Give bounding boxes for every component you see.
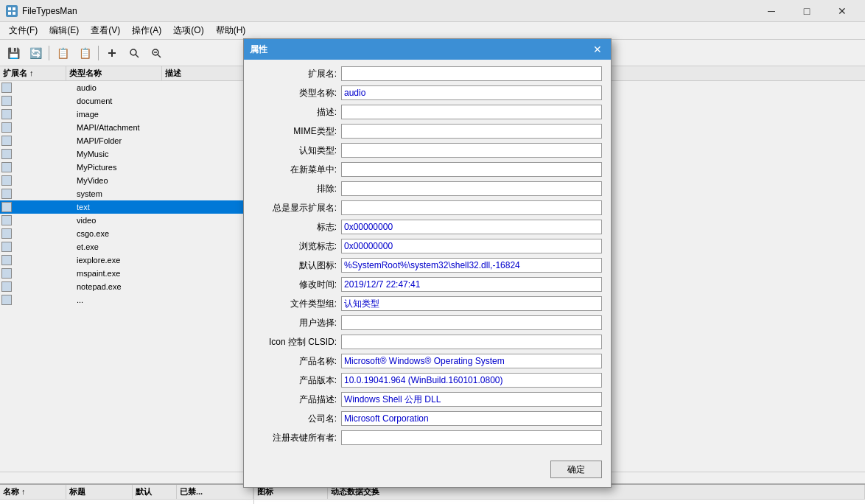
dialog-field-row: 修改时间: xyxy=(253,276,602,293)
dialog-field-row: 产品名称: xyxy=(253,353,602,369)
dialog-field-label: 用户选择: xyxy=(253,317,341,329)
dialog-field-label: 产品描述: xyxy=(253,393,341,406)
dialog-body: 扩展名: 类型名称: 描述: MIME类型: 认知类型: 在新菜单中: 排除: … xyxy=(244,60,611,455)
dialog-field-label: 类型名称: xyxy=(253,87,341,99)
dialog-footer: 确定 xyxy=(244,455,611,487)
dialog-field-input[interactable] xyxy=(341,354,602,368)
dialog-field-row: Icon 控制 CLSID: xyxy=(253,334,602,350)
dialog-field-label: 文件类型组: xyxy=(253,298,341,310)
dialog-field-input[interactable] xyxy=(341,162,602,177)
dialog-field-input[interactable] xyxy=(341,392,602,407)
dialog-ok-button[interactable]: 确定 xyxy=(550,461,602,478)
dialog-field-label: 认知类型: xyxy=(253,144,341,157)
dialog-field-row: 类型名称: xyxy=(253,85,602,101)
dialog-field-label: 排除: xyxy=(253,183,341,195)
dialog-field-row: MIME类型: xyxy=(253,123,602,139)
dialog-field-row: 在新菜单中: xyxy=(253,161,602,178)
dialog-field-label: 默认图标: xyxy=(253,259,341,272)
dialog-field-row: 认知类型: xyxy=(253,142,602,158)
dialog-field-row: 默认图标: xyxy=(253,257,602,273)
dialog-field-input[interactable] xyxy=(341,411,602,426)
dialog-field-label: 产品版本: xyxy=(253,374,341,387)
dialog-title: 属性 xyxy=(250,43,267,56)
dialog-field-label: 公司名: xyxy=(253,413,341,425)
dialog-field-row: 标志: xyxy=(253,219,602,235)
dialog-field-input[interactable] xyxy=(341,239,602,253)
dialog-field-label: 注册表键所有者: xyxy=(253,432,341,444)
dialog-field-input[interactable] xyxy=(341,373,602,388)
dialog-field-input[interactable] xyxy=(341,277,602,292)
dialog-field-input[interactable] xyxy=(341,220,602,234)
dialog-field-input[interactable] xyxy=(341,315,602,330)
dialog-field-row: 用户选择: xyxy=(253,315,602,331)
dialog-field-label: 产品名称: xyxy=(253,355,341,368)
dialog-field-row: 总是显示扩展名: xyxy=(253,200,602,216)
dialog-field-input[interactable] xyxy=(341,296,602,311)
dialog-field-label: 总是显示扩展名: xyxy=(253,202,341,214)
dialog-field-row: 文件类型组: xyxy=(253,295,602,312)
dialog-field-label: 修改时间: xyxy=(253,279,341,291)
dialog-field-input[interactable] xyxy=(341,143,602,158)
dialog-title-bar: 属性 ✕ xyxy=(244,39,611,60)
dialog-field-row: 公司名: xyxy=(253,410,602,427)
dialog-field-input[interactable] xyxy=(341,66,602,81)
dialog-field-row: 产品版本: xyxy=(253,372,602,388)
dialog-field-row: 产品描述: xyxy=(253,391,602,407)
dialog-field-input[interactable] xyxy=(341,124,602,139)
dialog-field-label: 浏览标志: xyxy=(253,240,341,253)
dialog-field-label: 扩展名: xyxy=(253,68,341,80)
dialog-field-input[interactable] xyxy=(341,85,602,100)
dialog-field-input[interactable] xyxy=(341,105,602,119)
dialog-field-label: 在新菜单中: xyxy=(253,164,341,176)
dialog-field-row: 扩展名: xyxy=(253,66,602,82)
dialog-field-input[interactable] xyxy=(341,335,602,349)
dialog-field-label: MIME类型: xyxy=(253,125,341,138)
dialog-field-label: 标志: xyxy=(253,221,341,234)
dialog-field-label: Icon 控制 CLSID: xyxy=(253,336,341,349)
dialog-field-input[interactable] xyxy=(341,200,602,215)
modal-overlay: 属性 ✕ 扩展名: 类型名称: 描述: MIME类型: 认知类型: 在新菜单中:… xyxy=(0,0,865,504)
dialog-field-row: 浏览标志: xyxy=(253,238,602,254)
dialog-field-input[interactable] xyxy=(341,430,602,445)
dialog-close-button[interactable]: ✕ xyxy=(590,42,605,57)
dialog-field-row: 注册表键所有者: xyxy=(253,430,602,446)
dialog-field-row: 描述: xyxy=(253,104,602,120)
dialog-field-label: 描述: xyxy=(253,106,341,119)
dialog-field-input[interactable] xyxy=(341,258,602,273)
dialog-field-input[interactable] xyxy=(341,181,602,196)
properties-dialog: 属性 ✕ 扩展名: 类型名称: 描述: MIME类型: 认知类型: 在新菜单中:… xyxy=(243,38,612,488)
dialog-field-row: 排除: xyxy=(253,181,602,197)
